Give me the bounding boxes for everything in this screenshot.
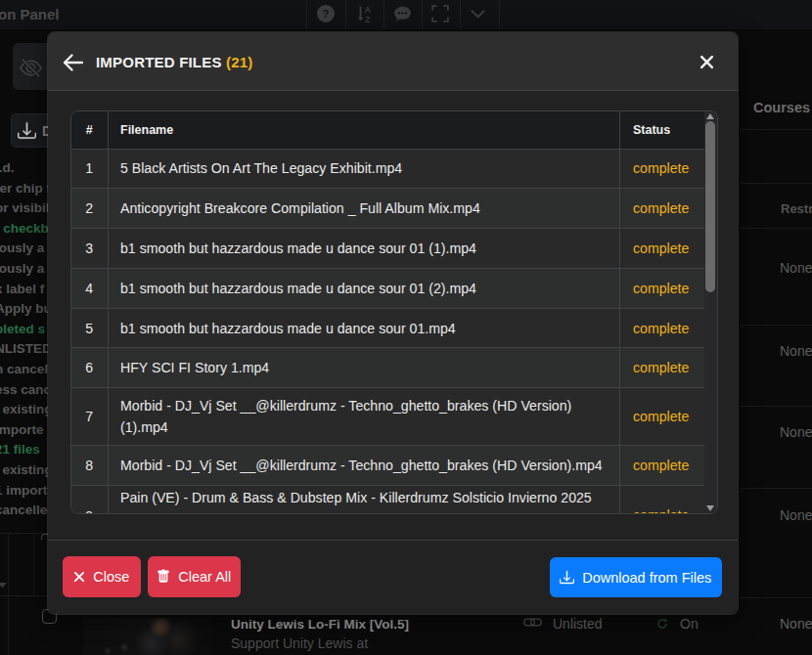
svg-text:Z: Z bbox=[365, 15, 371, 23]
svg-text:?: ? bbox=[323, 8, 330, 20]
svg-text:A: A bbox=[365, 5, 372, 15]
